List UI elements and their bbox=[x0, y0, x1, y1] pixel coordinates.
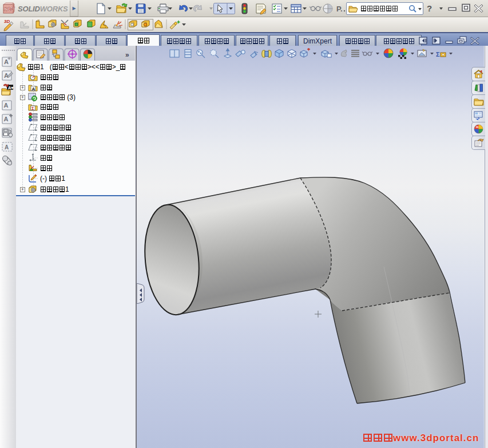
svg-text:P.: P. bbox=[336, 5, 343, 13]
svg-text:Σ: Σ bbox=[31, 106, 34, 111]
svg-text:3D: 3D bbox=[4, 19, 10, 24]
svg-text:?: ? bbox=[427, 3, 432, 13]
svg-text:SW: SW bbox=[4, 6, 15, 13]
svg-text:A: A bbox=[4, 58, 9, 65]
svg-text:A: A bbox=[4, 102, 9, 109]
svg-text:A: A bbox=[4, 116, 9, 122]
svg-text:Σ: Σ bbox=[436, 51, 440, 58]
svg-text:A: A bbox=[5, 144, 9, 150]
svg-text:A: A bbox=[32, 86, 35, 92]
svg-text:A▾: A▾ bbox=[8, 85, 14, 90]
svg-text:»: » bbox=[125, 51, 129, 59]
